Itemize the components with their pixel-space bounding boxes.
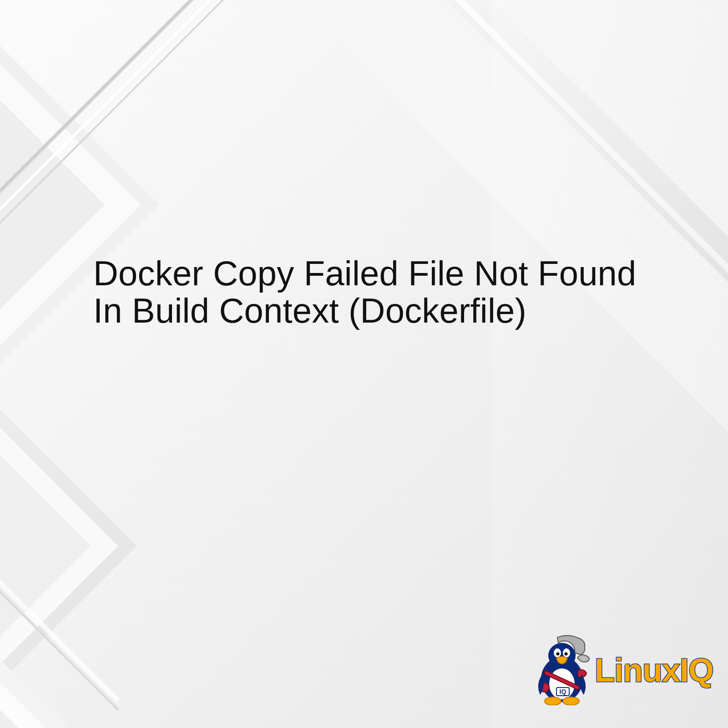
svg-rect-20	[491, 0, 728, 728]
svg-point-30	[545, 697, 561, 705]
tux-penguin-icon: IQ	[534, 635, 593, 705]
svg-text:IQ: IQ	[560, 688, 566, 695]
svg-point-27	[565, 652, 568, 656]
page-title: Docker Copy Failed File Not Found In Bui…	[93, 255, 639, 329]
logo-text: LinuxIQ	[595, 652, 713, 689]
svg-point-26	[556, 652, 560, 656]
geometric-background	[0, 0, 728, 728]
page-title-container: Docker Copy Failed File Not Found In Bui…	[93, 255, 639, 329]
svg-point-23	[548, 643, 576, 668]
svg-point-31	[563, 697, 579, 705]
site-logo: IQ LinuxIQ	[534, 635, 713, 705]
